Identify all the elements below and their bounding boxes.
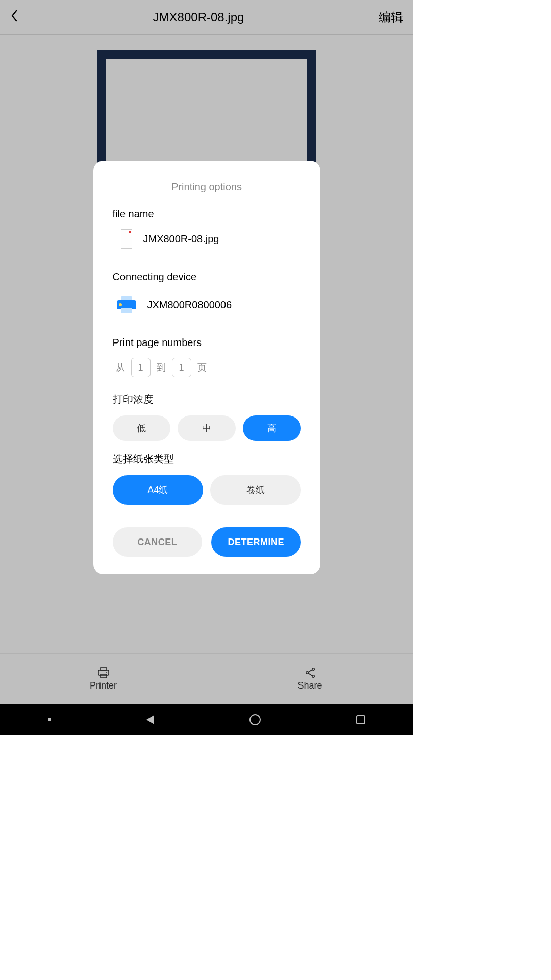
determine-button[interactable]: DETERMINE	[211, 527, 301, 557]
page-unit-label: 页	[197, 361, 207, 374]
file-thumbnail-icon	[121, 229, 132, 249]
device-name-value: JXM800R0800006	[147, 299, 232, 311]
modal-scrim: Printing options file name JMX800R-08.jp…	[0, 0, 413, 735]
density-low-option[interactable]: 低	[113, 415, 171, 441]
paper-section-label: 选择纸张类型	[113, 452, 301, 466]
density-mid-option[interactable]: 中	[178, 415, 236, 441]
page-to-label: 到	[157, 361, 166, 374]
paper-a4-option[interactable]: A4纸	[113, 475, 204, 505]
file-section-label: file name	[113, 208, 301, 220]
device-section-label: Connecting device	[113, 271, 301, 283]
dialog-title: Printing options	[113, 181, 301, 193]
print-options-dialog: Printing options file name JMX800R-08.jp…	[93, 161, 320, 574]
page-from-label: 从	[116, 361, 125, 374]
density-high-option[interactable]: 高	[243, 415, 301, 441]
cancel-button[interactable]: CANCEL	[113, 527, 203, 557]
file-name-value: JMX800R-08.jpg	[143, 233, 219, 245]
density-section-label: 打印浓度	[113, 393, 301, 406]
paper-roll-option[interactable]: 卷纸	[210, 475, 301, 505]
page-section-label: Print page numbers	[113, 337, 301, 349]
printer-device-icon	[117, 295, 136, 314]
file-row: JMX800R-08.jpg	[113, 229, 301, 249]
page-to-input[interactable]	[172, 358, 191, 377]
page-from-input[interactable]	[131, 358, 151, 377]
device-row[interactable]: JXM800R0800006	[113, 295, 301, 314]
